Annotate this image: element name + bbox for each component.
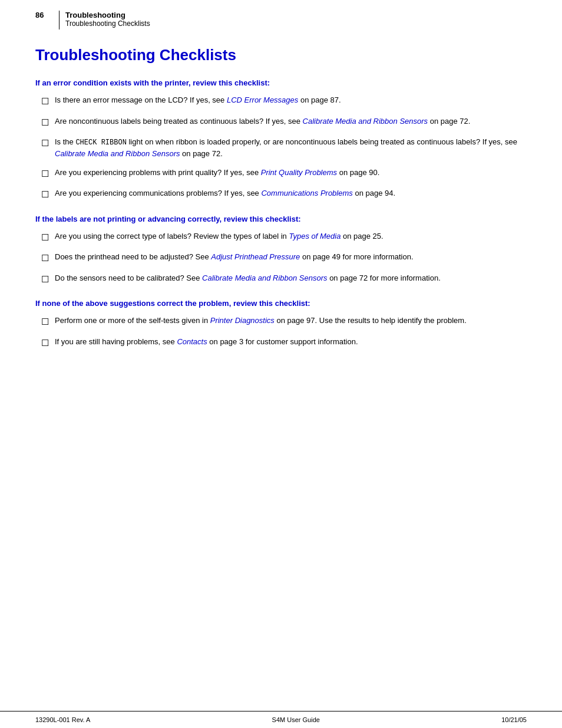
types-of-media-link[interactable]: Types of Media: [289, 232, 340, 241]
header-text-block: Troubleshooting Troubleshooting Checklis…: [65, 11, 150, 28]
page-number: 86: [35, 11, 53, 19]
list-item-text: Is the CHECK RIBBON light on when ribbon…: [55, 136, 527, 160]
list-item: ☐ If you are still having problems, see …: [41, 336, 527, 350]
section2-heading: If the labels are not printing or advanc…: [35, 215, 527, 223]
print-quality-link[interactable]: Print Quality Problems: [261, 168, 337, 177]
checkbox-icon: ☐: [41, 167, 49, 181]
section-none-above: If none of the above suggestions correct…: [35, 299, 527, 350]
checkbox-icon: ☐: [41, 231, 49, 245]
list-item: ☐ Are you experiencing problems with pri…: [41, 167, 527, 181]
page-header: 86 Troubleshooting Troubleshooting Check…: [0, 0, 562, 34]
list-item: ☐ Do the sensors need to be calibrated? …: [41, 272, 527, 286]
section3-checklist: ☐ Perform one or more of the self-tests …: [35, 315, 527, 350]
section-error-condition: If an error condition exists with the pr…: [35, 78, 527, 202]
list-item-text: Are you experiencing communications prob…: [55, 187, 527, 199]
list-item: ☐ Is the CHECK RIBBON light on when ribb…: [41, 136, 527, 160]
list-item: ☐ Are you experiencing communications pr…: [41, 187, 527, 202]
checkbox-icon: ☐: [41, 116, 49, 130]
list-item: ☐ Are you using the correct type of labe…: [41, 230, 527, 245]
list-item: ☐ Does the printhead need to be adjusted…: [41, 251, 527, 265]
printer-diagnostics-link[interactable]: Printer Diagnostics: [210, 316, 275, 325]
list-item-text: If you are still having problems, see Co…: [55, 336, 527, 348]
section3-heading: If none of the above suggestions correct…: [35, 299, 527, 308]
page-footer: 13290L-001 Rev. A S4M User Guide 10/21/0…: [0, 711, 562, 728]
page-wrapper: 86 Troubleshooting Troubleshooting Check…: [0, 0, 562, 728]
checkbox-icon: ☐: [41, 95, 49, 108]
list-item-text: Are noncontinuous labels being treated a…: [55, 116, 527, 127]
footer-left: 13290L-001 Rev. A: [35, 716, 90, 723]
section1-checklist: ☐ Is there an error message on the LCD? …: [35, 94, 527, 202]
calibrate-media-link-3[interactable]: Calibrate Media and Ribbon Sensors: [202, 274, 327, 282]
checkbox-icon: ☐: [41, 273, 49, 286]
list-item-text: Are you experiencing problems with print…: [55, 167, 527, 179]
section2-checklist: ☐ Are you using the correct type of labe…: [35, 230, 527, 286]
checkbox-icon: ☐: [41, 252, 49, 265]
list-item-text: Is there an error message on the LCD? If…: [55, 94, 527, 106]
section-labels-not-printing: If the labels are not printing or advanc…: [35, 215, 527, 286]
contacts-link[interactable]: Contacts: [177, 337, 207, 346]
list-item: ☐ Perform one or more of the self-tests …: [41, 315, 527, 329]
page-heading: Troubleshooting Checklists: [35, 46, 527, 64]
header-divider: [59, 11, 59, 29]
adjust-printhead-link[interactable]: Adjust Printhead Pressure: [211, 252, 300, 261]
lcd-error-messages-link[interactable]: LCD Error Messages: [227, 95, 298, 104]
communications-problems-link[interactable]: Communications Problems: [261, 189, 352, 197]
footer-right: 10/21/05: [501, 716, 527, 723]
list-item-text: Perform one or more of the self-tests gi…: [55, 315, 527, 327]
footer-center: S4M User Guide: [272, 716, 320, 723]
list-item: ☐ Is there an error message on the LCD? …: [41, 94, 527, 108]
calibrate-media-link-2[interactable]: Calibrate Media and Ribbon Sensors: [55, 149, 180, 158]
section1-heading: If an error condition exists with the pr…: [35, 78, 527, 87]
checkbox-icon: ☐: [41, 137, 49, 150]
list-item-text: Does the printhead need to be adjusted? …: [55, 251, 527, 263]
header-title-sub: Troubleshooting Checklists: [65, 19, 150, 28]
checkbox-icon: ☐: [41, 188, 49, 202]
checkbox-icon: ☐: [41, 315, 49, 329]
header-title-main: Troubleshooting: [65, 11, 150, 19]
calibrate-media-link-1[interactable]: Calibrate Media and Ribbon Sensors: [303, 117, 428, 126]
main-content: Troubleshooting Checklists If an error c…: [0, 34, 562, 728]
list-item: ☐ Are noncontinuous labels being treated…: [41, 116, 527, 130]
checkbox-icon: ☐: [41, 337, 49, 350]
check-ribbon-label: CHECK RIBBON: [75, 139, 126, 147]
list-item-text: Do the sensors need to be calibrated? Se…: [55, 272, 527, 284]
list-item-text: Are you using the correct type of labels…: [55, 230, 527, 242]
